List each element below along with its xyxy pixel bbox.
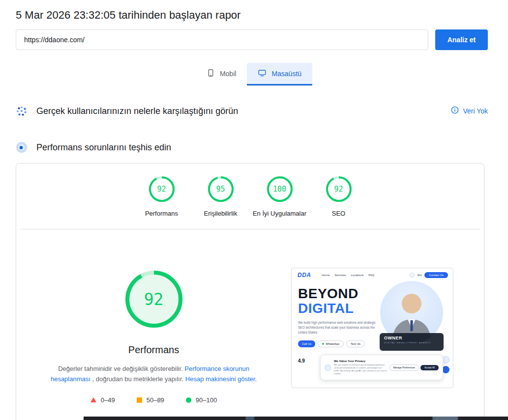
lab-section-title: Performans sorunlarını teşhis edin bbox=[36, 142, 171, 153]
lab-section-header: Performans sorunlarını teşhis edin bbox=[16, 141, 492, 153]
tab-desktop-label: Masaüstü bbox=[271, 70, 301, 78]
legend-square-icon bbox=[137, 397, 142, 403]
analyze-button[interactable]: Analiz et bbox=[435, 29, 488, 50]
legend-circle-icon bbox=[186, 397, 191, 403]
legend-average-range: 50–89 bbox=[147, 396, 164, 404]
legend-fail: 0–49 bbox=[90, 396, 115, 404]
preview-body-text: We build high performance web solutions … bbox=[298, 320, 376, 335]
legend-fail-range: 0–49 bbox=[101, 396, 115, 404]
tab-mobile[interactable]: Mobil bbox=[196, 63, 247, 85]
analyze-bar: Analiz et bbox=[16, 29, 488, 50]
preview-contact-button: Contact Us bbox=[424, 272, 448, 278]
phone-icon bbox=[207, 69, 215, 79]
tab-desktop[interactable]: Masaüstü bbox=[247, 63, 312, 85]
preview-call-button: Call Us bbox=[298, 340, 315, 347]
preview-whatsapp-label: WhatsApp bbox=[326, 342, 339, 345]
call-icon bbox=[442, 366, 449, 373]
category-scores: 92 Performans 95 Erişilebilirlik 100 bbox=[16, 164, 484, 217]
performance-score-value: 92 bbox=[123, 269, 184, 330]
score-gauge: 92 bbox=[325, 175, 353, 203]
preview-nav-link: Home bbox=[322, 274, 330, 277]
device-tabs: Mobil Masaüstü bbox=[0, 63, 508, 85]
owner-subtitle: DIGITAL DEVELOPMENT AGENCY bbox=[384, 341, 439, 344]
url-input[interactable] bbox=[16, 29, 428, 50]
preview-logo: DDA bbox=[298, 272, 311, 279]
preview-whatsapp-button: WhatsApp bbox=[318, 340, 344, 347]
no-data-link[interactable]: Veri Yok bbox=[463, 107, 488, 115]
preview-heading-1: BEYOND bbox=[298, 287, 359, 301]
page-screenshot: DDA Home Services Locations FAQ EN Conta… bbox=[291, 268, 453, 388]
performance-gauge: 92 bbox=[123, 269, 184, 330]
score-label: SEO bbox=[332, 210, 345, 217]
preview-nav-link: FAQ bbox=[368, 274, 374, 277]
cookie-accept-button: Accept All bbox=[420, 365, 439, 370]
preview-rating: 4.9 bbox=[298, 358, 305, 364]
legend-pass: 90–100 bbox=[186, 396, 217, 404]
preview-owner-badge: OWNER DIGITAL DEVELOPMENT AGENCY bbox=[380, 333, 444, 351]
calculator-link[interactable]: Hesap makinesini göster. bbox=[185, 375, 257, 383]
preview-nav-link: Services bbox=[335, 274, 346, 277]
score-best-practices[interactable]: 100 En İyi Uygulamalar bbox=[250, 175, 309, 217]
score-value: 95 bbox=[207, 175, 235, 203]
field-data-section-header: Gerçek kullanıcılarınızın nelerle karşıl… bbox=[16, 105, 488, 117]
preview-nav-links: Home Services Locations FAQ bbox=[322, 274, 375, 277]
score-label: En İyi Uygulamalar bbox=[253, 210, 306, 217]
lab-icon bbox=[16, 141, 28, 153]
chat-icon bbox=[442, 356, 449, 364]
field-data-title: Gerçek kullanıcılarınızın nelerle karşıl… bbox=[36, 106, 238, 116]
performance-report-card: 92 Performans 95 Erişilebilirlik 100 bbox=[16, 163, 484, 420]
score-value: 92 bbox=[325, 175, 353, 203]
field-data-icon bbox=[16, 105, 28, 117]
owner-title: OWNER bbox=[384, 336, 439, 340]
score-label: Erişilebilirlik bbox=[204, 210, 238, 217]
whatsapp-icon bbox=[322, 343, 324, 345]
preview-navbar: DDA Home Services Locations FAQ EN Conta… bbox=[292, 268, 453, 279]
desktop-icon bbox=[258, 69, 267, 79]
preview-phone-icon bbox=[410, 273, 415, 278]
score-legend: 0–49 50–89 90–100 bbox=[16, 396, 291, 404]
description-text: , doğrudan bu metriklerle yapılır. bbox=[90, 375, 185, 383]
legend-average: 50–89 bbox=[137, 396, 164, 404]
performance-description: Değerler tahminidir ve değişiklik göster… bbox=[44, 364, 263, 385]
preview-heading-2: DIGITAL bbox=[298, 302, 354, 315]
score-value: 100 bbox=[266, 175, 294, 203]
description-text: Değerler tahminidir ve değişiklik göster… bbox=[58, 365, 184, 372]
cookie-body: We use cookies to enhance your browsing … bbox=[334, 364, 387, 375]
info-icon[interactable] bbox=[451, 106, 459, 116]
score-label: Performans bbox=[145, 210, 178, 217]
legend-pass-range: 90–100 bbox=[196, 396, 217, 404]
score-seo[interactable]: 92 SEO bbox=[309, 175, 368, 217]
tab-mobile-label: Mobil bbox=[220, 70, 236, 78]
score-accessibility[interactable]: 95 Erişilebilirlik bbox=[191, 175, 250, 217]
score-gauge: 100 bbox=[266, 175, 294, 203]
score-gauge: 95 bbox=[207, 175, 235, 203]
preview-text-button: Text Us bbox=[346, 340, 365, 347]
preview-cookie-banner: We Value Your Privacy We use cookies to … bbox=[320, 355, 443, 380]
score-value: 92 bbox=[148, 175, 176, 203]
score-performance[interactable]: 92 Performans bbox=[132, 175, 191, 217]
performance-gauge-label: Performans bbox=[16, 344, 291, 356]
next-section-preview-strip bbox=[84, 417, 508, 420]
no-data-indicator: Veri Yok bbox=[451, 106, 488, 116]
cookie-shield-icon bbox=[325, 364, 331, 371]
page-title: 5 Mar 2026 23:32:05 tarihinden başlayan … bbox=[16, 9, 492, 22]
cookie-manage-button: Manage Preferences bbox=[389, 364, 418, 371]
legend-triangle-icon bbox=[90, 397, 96, 402]
cookie-title: We Value Your Privacy bbox=[334, 360, 387, 363]
preview-floating-buttons bbox=[442, 356, 449, 373]
score-gauge: 92 bbox=[148, 175, 176, 203]
preview-nav-link: Locations bbox=[351, 274, 364, 277]
preview-language: EN bbox=[418, 274, 421, 277]
preview-cta-buttons: Call Us WhatsApp Text Us bbox=[298, 340, 365, 347]
performance-summary: 92 Performans Değerler tahminidir ve değ… bbox=[16, 229, 291, 404]
